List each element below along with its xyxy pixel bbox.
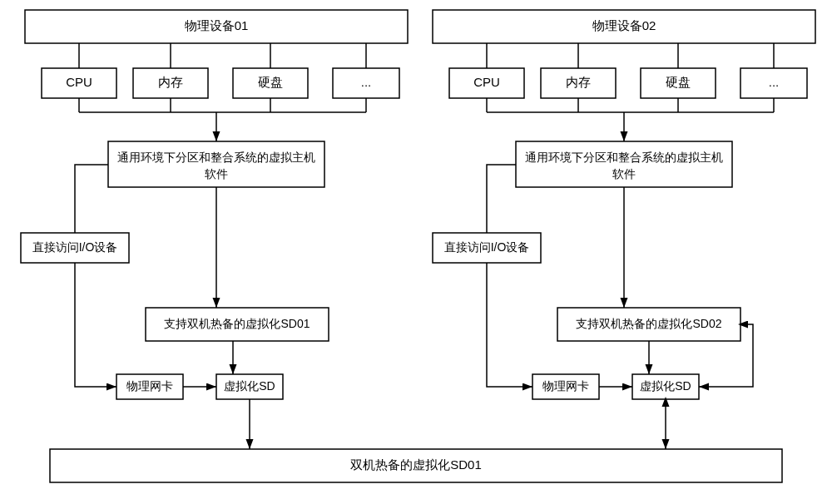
svg-text:物理网卡: 物理网卡 — [542, 379, 589, 393]
svg-text:支持双机热备的虚拟化SD02: 支持双机热备的虚拟化SD02 — [576, 317, 721, 330]
svg-text:直接访问I/O设备: 直接访问I/O设备 — [32, 240, 118, 254]
svg-text:直接访问I/O设备: 直接访问I/O设备 — [444, 240, 530, 254]
device-1-title: 物理设备01 — [185, 18, 249, 32]
device-1-sub-mem: 内存 — [133, 43, 208, 98]
svg-text:物理网卡: 物理网卡 — [126, 379, 173, 393]
svg-text:通用环境下分区和整合系统的虚拟主机: 通用环境下分区和整合系统的虚拟主机 — [525, 151, 723, 164]
svg-text:...: ... — [361, 75, 372, 89]
device-2-group: 物理设备02 CPU 内存 硬盘 ... 通用环境下分区和整合系统的虚拟主机 — [433, 10, 815, 449]
svg-text:硬盘: 硬盘 — [666, 75, 691, 89]
svg-text:硬盘: 硬盘 — [258, 75, 283, 89]
svg-text:内存: 内存 — [566, 75, 591, 89]
device-1-group: 物理设备01 CPU 内存 硬盘 ... 通用 — [21, 10, 408, 449]
svg-text:CPU: CPU — [66, 75, 92, 89]
svg-text:软件: 软件 — [205, 167, 228, 180]
device-1-sub-more: ... — [333, 43, 399, 98]
svg-text:...: ... — [769, 75, 780, 89]
bottom-hot-sd-label: 双机热备的虚拟化SD01 — [350, 457, 482, 472]
device-2-sub-more: ... — [740, 43, 807, 98]
svg-text:CPU: CPU — [473, 75, 500, 89]
svg-text:支持双机热备的虚拟化SD01: 支持双机热备的虚拟化SD01 — [164, 317, 310, 330]
device-2-sub-disk: 硬盘 — [641, 43, 716, 98]
svg-text:虚拟化SD: 虚拟化SD — [640, 379, 691, 393]
svg-text:软件: 软件 — [612, 167, 636, 180]
device-2-sub-cpu: CPU — [449, 43, 524, 98]
device-2-sub-mem: 内存 — [541, 43, 616, 98]
device-2-title: 物理设备02 — [592, 18, 656, 32]
svg-text:虚拟化SD: 虚拟化SD — [224, 379, 275, 393]
svg-text:内存: 内存 — [158, 75, 183, 89]
vm-software-1 — [108, 141, 324, 187]
svg-text:通用环境下分区和整合系统的虚拟主机: 通用环境下分区和整合系统的虚拟主机 — [117, 151, 315, 164]
vm-software-2 — [516, 141, 732, 187]
device-1-sub-cpu: CPU — [42, 43, 116, 98]
device-1-sub-disk: 硬盘 — [233, 43, 308, 98]
